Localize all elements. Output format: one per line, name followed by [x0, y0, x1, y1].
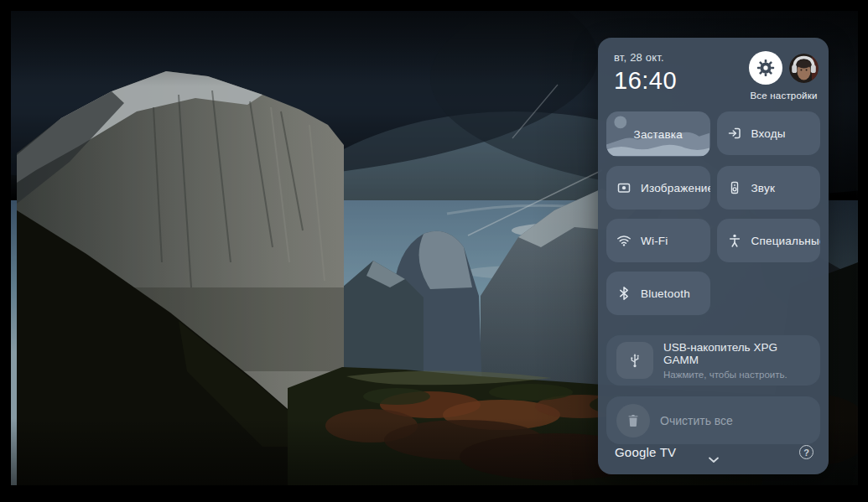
usb-title: USB-накопитель XPG GAMM [663, 341, 810, 366]
tile-label: Звук [751, 182, 776, 194]
gear-icon [756, 59, 775, 77]
usb-text: USB-накопитель XPG GAMM Нажмите, чтобы н… [663, 341, 810, 380]
tile-wifi[interactable]: Wi-Fi [606, 219, 710, 262]
tile-sound[interactable]: Звук [717, 166, 821, 210]
settings-group: Все настройки [749, 51, 819, 101]
tile-label: Wi-Fi [641, 235, 668, 247]
avatar-photo [789, 54, 819, 83]
tile-accessibility[interactable]: Специальные [717, 219, 821, 262]
tile-label: Специальные [751, 235, 821, 247]
accessibility-icon [727, 233, 742, 248]
quick-settings-panel: вт, 28 окт. 16:40 [598, 38, 829, 474]
all-settings-button[interactable] [749, 51, 782, 85]
tiles-grid: Заставка Входы Изображение [605, 111, 822, 315]
tile-picture[interactable]: Изображение [606, 166, 710, 210]
tile-screensaver[interactable]: Заставка [606, 111, 710, 157]
all-settings-label: Все настройки [750, 91, 817, 101]
tile-inputs[interactable]: Входы [717, 111, 821, 155]
chevron-down-icon[interactable] [708, 452, 719, 467]
tv-screen: вт, 28 окт. 16:40 [11, 11, 858, 485]
trash-icon [616, 404, 650, 437]
usb-subtitle: Нажмите, чтобы настроить. [663, 370, 810, 380]
tile-bluetooth[interactable]: Bluetooth [606, 272, 710, 315]
panel-header: вт, 28 окт. 16:40 [614, 51, 819, 101]
datetime: вт, 28 окт. 16:40 [614, 51, 677, 95]
clock: 16:40 [614, 67, 677, 95]
panel-footer: Google TV ? [605, 445, 822, 468]
help-icon[interactable]: ? [799, 445, 813, 459]
tile-label: Входы [751, 127, 786, 140]
tile-label: Заставка [634, 128, 683, 141]
usb-icon [616, 342, 653, 379]
user-avatar[interactable] [789, 54, 819, 83]
bluetooth-icon [616, 286, 632, 301]
tile-label: Bluetooth [641, 287, 690, 300]
tile-label: Изображение [641, 182, 710, 194]
clear-all-button[interactable]: Очистить все [606, 396, 820, 444]
google-tv-brand: Google TV [615, 445, 676, 459]
date-label: вт, 28 окт. [614, 51, 677, 64]
usb-notification[interactable]: USB-накопитель XPG GAMM Нажмите, чтобы н… [606, 335, 820, 386]
clear-all-label: Очистить все [660, 414, 733, 427]
wifi-icon [616, 233, 632, 248]
picture-icon [616, 180, 632, 195]
input-icon [727, 126, 742, 141]
speaker-icon [727, 180, 742, 195]
